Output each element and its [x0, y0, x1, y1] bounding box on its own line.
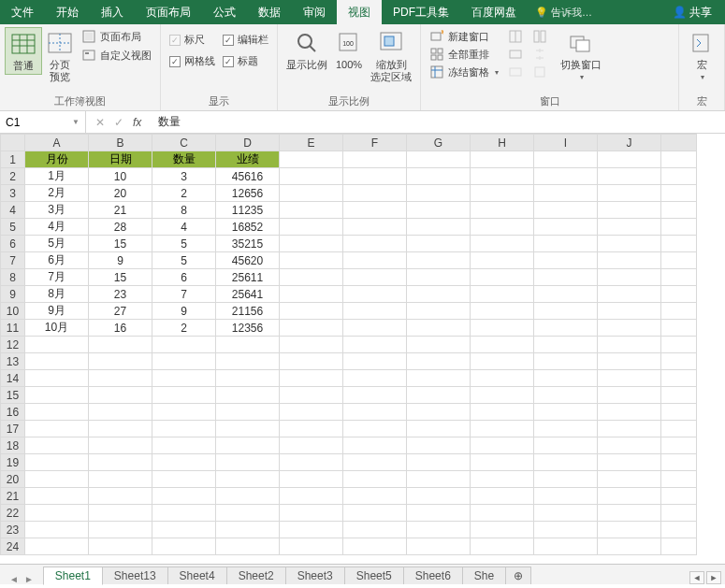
- cell[interactable]: [407, 538, 471, 555]
- row-header[interactable]: 9: [1, 286, 25, 303]
- cell[interactable]: 21156: [216, 303, 280, 320]
- cell[interactable]: [534, 522, 598, 538]
- cell[interactable]: [89, 437, 152, 454]
- row-header[interactable]: 7: [1, 252, 25, 269]
- menu-tab-view[interactable]: 视图: [337, 0, 382, 24]
- cell[interactable]: [280, 437, 343, 454]
- cell[interactable]: [343, 404, 407, 421]
- cell[interactable]: [661, 151, 697, 168]
- name-box[interactable]: C1 ▼: [0, 111, 86, 133]
- cell[interactable]: [471, 454, 534, 471]
- cell[interactable]: [280, 151, 343, 168]
- cell[interactable]: 35215: [216, 236, 280, 252]
- cell[interactable]: [343, 454, 407, 471]
- row-header[interactable]: 5: [1, 219, 25, 236]
- cell[interactable]: 12656: [216, 185, 280, 202]
- cell[interactable]: [407, 488, 471, 505]
- cell[interactable]: [280, 219, 343, 236]
- cell[interactable]: [216, 437, 280, 454]
- cell[interactable]: [471, 236, 534, 252]
- cell[interactable]: [280, 320, 343, 337]
- cell[interactable]: [89, 404, 152, 421]
- cell[interactable]: [534, 219, 598, 236]
- row-header[interactable]: 20: [1, 471, 25, 488]
- cell[interactable]: [152, 421, 216, 437]
- cell[interactable]: [343, 437, 407, 454]
- menu-tab-home[interactable]: 开始: [45, 0, 90, 24]
- cell[interactable]: 2: [152, 320, 216, 337]
- cell[interactable]: [407, 454, 471, 471]
- cell[interactable]: 20: [89, 185, 152, 202]
- cell[interactable]: [280, 488, 343, 505]
- cell[interactable]: [89, 522, 152, 538]
- row-header[interactable]: 10: [1, 303, 25, 320]
- cell[interactable]: [89, 353, 152, 370]
- enter-icon[interactable]: ✓: [114, 116, 123, 129]
- new-window-button[interactable]: ✱新建窗口: [429, 29, 499, 44]
- cell[interactable]: [343, 269, 407, 286]
- cell[interactable]: [598, 421, 661, 437]
- cell[interactable]: [471, 353, 534, 370]
- cell[interactable]: [216, 337, 280, 353]
- cell[interactable]: [343, 488, 407, 505]
- cell[interactable]: [534, 471, 598, 488]
- zoom-selection-button[interactable]: 缩放到 选定区域: [367, 27, 415, 85]
- cell[interactable]: [471, 471, 534, 488]
- cell[interactable]: 2: [152, 185, 216, 202]
- cell[interactable]: [280, 269, 343, 286]
- cell[interactable]: [534, 538, 598, 555]
- cell[interactable]: [534, 286, 598, 303]
- cell[interactable]: 12356: [216, 320, 280, 337]
- row-header[interactable]: 2: [1, 168, 25, 185]
- cell[interactable]: [534, 505, 598, 522]
- cell[interactable]: [407, 303, 471, 320]
- column-header[interactable]: H: [471, 135, 534, 151]
- cell[interactable]: [343, 337, 407, 353]
- cell[interactable]: [471, 151, 534, 168]
- cell[interactable]: [280, 337, 343, 353]
- cell[interactable]: [471, 202, 534, 219]
- cell[interactable]: [407, 320, 471, 337]
- sync-scroll-button[interactable]: [532, 47, 547, 62]
- cell[interactable]: 9: [89, 252, 152, 269]
- cell[interactable]: [25, 370, 89, 387]
- column-header[interactable]: [661, 135, 697, 151]
- cell[interactable]: [152, 538, 216, 555]
- cancel-icon[interactable]: ✕: [95, 116, 105, 129]
- cell[interactable]: [598, 505, 661, 522]
- menu-tab-formulas[interactable]: 公式: [202, 0, 247, 24]
- tell-me[interactable]: 💡 告诉我…: [535, 6, 592, 20]
- cell[interactable]: [471, 303, 534, 320]
- cell[interactable]: [280, 454, 343, 471]
- cell[interactable]: [152, 522, 216, 538]
- cell[interactable]: [280, 421, 343, 437]
- cell[interactable]: [343, 303, 407, 320]
- cell[interactable]: [280, 168, 343, 185]
- cell[interactable]: [471, 404, 534, 421]
- cell[interactable]: [25, 387, 89, 404]
- cell[interactable]: [343, 471, 407, 488]
- row-header[interactable]: 22: [1, 505, 25, 522]
- cell[interactable]: 1月: [25, 168, 89, 185]
- cell[interactable]: [152, 370, 216, 387]
- cell[interactable]: [598, 471, 661, 488]
- cell[interactable]: 10月: [25, 320, 89, 337]
- cell[interactable]: [661, 471, 697, 488]
- cell[interactable]: [280, 252, 343, 269]
- sheet-tab[interactable]: Sheet4: [167, 566, 227, 584]
- view-side-button[interactable]: [532, 29, 547, 44]
- cell[interactable]: [534, 236, 598, 252]
- scroll-left-icon[interactable]: ◄: [689, 571, 704, 584]
- cell[interactable]: [343, 387, 407, 404]
- cell[interactable]: [152, 387, 216, 404]
- cell[interactable]: [280, 370, 343, 387]
- row-header[interactable]: 16: [1, 404, 25, 421]
- cell[interactable]: 45620: [216, 252, 280, 269]
- sheet-tab[interactable]: Sheet2: [226, 566, 286, 584]
- cell[interactable]: [598, 252, 661, 269]
- row-header[interactable]: 6: [1, 236, 25, 252]
- cell[interactable]: [343, 151, 407, 168]
- row-header[interactable]: 24: [1, 538, 25, 555]
- macros-button[interactable]: 宏: [684, 27, 719, 83]
- cell[interactable]: [534, 252, 598, 269]
